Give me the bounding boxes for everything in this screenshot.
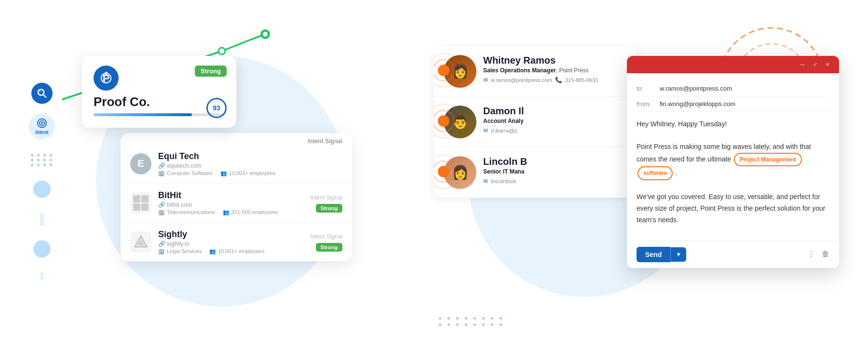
intent-signal-label: Intent Signal: [310, 194, 342, 201]
contact-role: Senior IT Mana: [483, 168, 627, 175]
sonar-wrapper-2: [434, 102, 477, 142]
company-name: BitHit: [158, 190, 303, 201]
delete-icon[interactable]: 🗑: [822, 250, 829, 259]
footer-actions: ⋮ 🗑: [807, 250, 829, 259]
dot: [43, 154, 46, 156]
sq: [141, 195, 149, 202]
body3: .: [676, 169, 678, 176]
deco-dot: [482, 323, 485, 326]
company-row[interactable]: E Equi Tech 🔗 equitech.com 🏢 Computer So…: [121, 145, 352, 184]
body-text: Point Press is making some big waves lat…: [637, 141, 829, 180]
dot: [37, 163, 40, 166]
strong-badge: Strong: [195, 66, 227, 77]
company-row[interactable]: Sightly 🔗 sightly.io 🏢 Legal Services 👥 …: [121, 223, 352, 261]
svg-point-10: [263, 32, 268, 37]
send-dropdown-button[interactable]: ▼: [670, 247, 686, 262]
dot: [50, 154, 52, 156]
send-button[interactable]: Send: [637, 247, 670, 262]
intent-col: Intent Signal Strong: [310, 193, 342, 213]
contact-email: ✉ w.ramos@pointpress.com 📞 315-885-0633: [483, 77, 627, 83]
industry: 🏢 Telecommunications: [158, 209, 215, 215]
main-company-name: Proof Co.: [94, 94, 225, 109]
proof-logo: P: [94, 66, 119, 91]
contact-row-damon[interactable]: 👨 Damon Il Account Analy ✉ d.ibarra@p: [434, 97, 637, 147]
svg-point-4: [41, 122, 43, 124]
from-label: from:: [637, 100, 656, 107]
dot: [43, 159, 46, 161]
company-meta: 🏢 Telecommunications 👥 201-500 employees: [158, 209, 303, 215]
contact-email: ✉ lincolnburk: [483, 178, 627, 185]
company-name: Equi Tech: [158, 151, 342, 161]
deco-dot: [465, 317, 467, 320]
deco-dot: [491, 323, 493, 326]
list-header: Intent Signal: [121, 133, 352, 145]
search-icon[interactable]: [31, 82, 53, 104]
contact-name: Lincoln B: [483, 156, 627, 167]
to-label: to:: [637, 85, 656, 92]
deco-dot: [465, 323, 467, 326]
whitney-info: Whitney Ramos Sales Operations Manager, …: [483, 55, 627, 84]
intent-label: Intent: [35, 130, 48, 135]
deco-dot: [474, 323, 476, 326]
to-value: w.ramos@pointpress.com: [660, 85, 732, 92]
deco-dot: [500, 317, 502, 320]
svg-point-1: [39, 90, 41, 92]
phone-icon: 📞: [555, 77, 562, 83]
sq: [133, 203, 140, 211]
contact-row-lincoln[interactable]: 👩 Lincoln B Senior IT Mana ✉ lincolnburk: [434, 147, 637, 198]
close-button[interactable]: ✕: [824, 61, 831, 68]
deco-dot: [482, 317, 485, 320]
employees: 👥 10,001+ employees: [220, 170, 275, 176]
svg-point-25: [438, 166, 449, 177]
equi-tech-info: Equi Tech 🔗 equitech.com 🏢 Computer Soft…: [158, 151, 342, 176]
dot: [37, 159, 40, 161]
minimize-button[interactable]: —: [799, 61, 806, 68]
company-meta: 🏢 Legal Services 👥 10,001+ employees: [158, 248, 303, 255]
sightly-logo: [130, 231, 151, 253]
email-to-field: to: w.ramos@pointpress.com: [637, 81, 829, 96]
left-panel: Intent: [14, 17, 391, 345]
company-row[interactable]: BitHit 🔗 bithit.com 🏢 Telecommunications…: [121, 184, 352, 223]
main-company-card: Strong P Proof Co. 93: [82, 56, 236, 128]
intent-signal-label: Intent Signal: [310, 233, 342, 240]
sonar-wrapper-3: [434, 152, 477, 193]
sq: [133, 195, 140, 202]
maximize-button[interactable]: ⤢: [811, 61, 819, 68]
intent-icon[interactable]: Intent: [29, 113, 55, 139]
link-icon: 🔗: [158, 162, 165, 169]
dots-bottom-left: [439, 317, 504, 326]
contact-email: ✉ d.ibarra@p: [483, 127, 627, 134]
greeting: Hey Whitney, Happy Tuesday!: [637, 119, 829, 130]
intent-signal-header: Intent Signal: [308, 138, 342, 145]
sightly-info: Sightly 🔗 sightly.io 🏢 Legal Services 👥 …: [158, 229, 303, 255]
contact-row-whitney[interactable]: 👩 Whitney Ramos Sales Operations Manager…: [434, 46, 637, 97]
equi-tech-logo: E: [130, 153, 151, 174]
email-icon: ✉: [483, 77, 488, 83]
link-icon: 🔗: [158, 201, 165, 208]
lincoln-info: Lincoln B Senior IT Mana ✉ lincolnburk: [483, 156, 627, 186]
score-circle: 93: [206, 98, 227, 118]
deco-dot: [474, 317, 476, 320]
dot: [31, 159, 33, 161]
dot-grid: [31, 154, 54, 166]
industry: 🏢 Legal Services: [158, 248, 202, 255]
svg-point-22: [438, 115, 449, 127]
progress-bar: [94, 113, 225, 116]
deco-dot: [456, 323, 459, 326]
employees: 👥 201-500 employees: [223, 209, 278, 215]
deco-dot: [448, 323, 450, 326]
email-compose-panel: — ⤢ ✕ to: w.ramos@pointpress.com from: f…: [627, 56, 839, 268]
svg-point-19: [438, 65, 449, 76]
company-meta: 🏢 Computer Software 👥 10,001+ employees: [158, 170, 342, 176]
bithit-logo: [130, 192, 151, 214]
email-icon: ✉: [483, 178, 488, 185]
sonar-wrapper: [434, 51, 477, 92]
deco-dot: [439, 317, 441, 320]
more-options-icon[interactable]: ⋮: [807, 250, 815, 259]
email-footer: Send ▼ ⋮ 🗑: [627, 241, 839, 268]
employees: 👥 10,001+ employees: [209, 248, 264, 255]
contact-list: 👩 Whitney Ramos Sales Operations Manager…: [434, 46, 637, 198]
industry: 🏢 Computer Software: [158, 170, 213, 176]
dot: [37, 154, 40, 156]
email-content: Hey Whitney, Happy Tuesday! Point Press …: [637, 112, 829, 233]
